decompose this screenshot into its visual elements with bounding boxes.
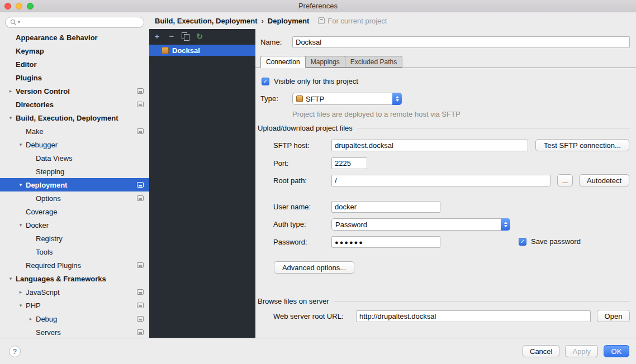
advanced-options-button[interactable]: Advanced options... bbox=[274, 261, 354, 274]
sidebar-item-languages-frameworks[interactable]: ▾Languages & Frameworks bbox=[0, 272, 149, 285]
sidebar-item-appearance-behavior[interactable]: Appearance & Behavior bbox=[0, 31, 149, 44]
chevron-right-icon[interactable]: ▸ bbox=[16, 289, 26, 295]
tab-mappings[interactable]: Mappings bbox=[305, 56, 345, 68]
dropdown-stepper-icon bbox=[501, 218, 510, 231]
sidebar-item-debugger[interactable]: ▾Debugger bbox=[0, 138, 149, 151]
chevron-down-icon[interactable]: ▾ bbox=[6, 276, 16, 281]
sidebar-item-build-execution-deployment[interactable]: ▾Build, Execution, Deployment bbox=[0, 111, 149, 124]
upload-section-title: Upload/download project files bbox=[258, 124, 353, 132]
search-input[interactable] bbox=[21, 18, 139, 26]
sidebar-item-required-plugins[interactable]: Required Plugins bbox=[0, 258, 149, 272]
sidebar-item-options[interactable]: Options bbox=[0, 191, 149, 205]
open-button[interactable]: Open bbox=[597, 310, 630, 322]
browse-section-header: Browse files on server bbox=[258, 297, 630, 305]
settings-sidebar: ▾ Appearance & Behavior Keymap Editor Pl… bbox=[0, 12, 149, 338]
sidebar-item-directories[interactable]: Directories bbox=[0, 98, 149, 111]
password-label: Password: bbox=[273, 237, 307, 248]
visible-only-checkbox[interactable]: ✓ bbox=[262, 78, 269, 85]
sidebar-item-make[interactable]: Make bbox=[0, 124, 149, 138]
window-title: Preferences bbox=[0, 2, 636, 10]
zoom-window-button[interactable] bbox=[27, 3, 34, 9]
tab-bar: Connection Mappings Excluded Paths bbox=[255, 55, 636, 68]
settings-content: Build, Execution, Deployment › Deploymen… bbox=[149, 12, 636, 338]
server-list-item-docksal[interactable]: Docksal bbox=[149, 45, 255, 56]
sidebar-item-coverage[interactable]: Coverage bbox=[0, 205, 149, 218]
sftp-icon bbox=[296, 95, 303, 102]
for-current-project-icon bbox=[318, 17, 325, 24]
tab-connection[interactable]: Connection bbox=[260, 56, 306, 68]
sidebar-item-editor[interactable]: Editor bbox=[0, 58, 149, 71]
remove-server-icon[interactable]: − bbox=[167, 32, 176, 41]
add-server-icon[interactable]: + bbox=[153, 32, 162, 41]
chevron-down-icon[interactable]: ▾ bbox=[16, 303, 26, 308]
deployment-form: Name: Connection Mappings Excluded Paths… bbox=[255, 29, 636, 338]
chevron-down-icon[interactable]: ▾ bbox=[16, 222, 26, 228]
server-label: Docksal bbox=[172, 46, 200, 55]
save-password-checkbox[interactable]: ✓ bbox=[519, 238, 526, 246]
ok-button[interactable]: OK bbox=[604, 345, 629, 357]
type-help-text: Project files are deployed to a remote h… bbox=[292, 110, 461, 118]
tab-excluded-paths[interactable]: Excluded Paths bbox=[345, 56, 402, 68]
auth-type-dropdown[interactable]: Password bbox=[331, 218, 510, 231]
server-list-panel: + − ↻ Docksal bbox=[149, 29, 255, 338]
breadcrumb-separator-icon: › bbox=[260, 17, 264, 25]
settings-search-box[interactable]: ▾ bbox=[5, 17, 144, 28]
sidebar-item-tools[interactable]: Tools bbox=[0, 245, 149, 258]
cancel-button[interactable]: Cancel bbox=[523, 345, 559, 357]
breadcrumb-build-execution-deployment[interactable]: Build, Execution, Deployment bbox=[155, 17, 257, 25]
visible-only-label: Visible only for this project bbox=[274, 77, 358, 86]
chevron-down-icon[interactable]: ▾ bbox=[6, 115, 16, 121]
breadcrumb: Build, Execution, Deployment › Deploymen… bbox=[149, 12, 636, 29]
sidebar-item-registry[interactable]: Registry bbox=[0, 232, 149, 245]
copy-server-icon[interactable] bbox=[182, 32, 189, 41]
chevron-right-icon[interactable]: ▸ bbox=[26, 316, 36, 322]
apply-button[interactable]: Apply bbox=[565, 345, 598, 357]
browse-root-path-button[interactable]: ... bbox=[557, 174, 573, 186]
project-settings-icon bbox=[137, 262, 144, 268]
search-options-arrow-icon[interactable]: ▾ bbox=[18, 20, 20, 25]
preferences-window: Preferences ▾ Appearance & Behavior Keym… bbox=[0, 0, 636, 364]
reload-icon[interactable]: ↻ bbox=[195, 32, 204, 41]
server-list-toolbar: + − ↻ bbox=[149, 29, 255, 44]
web-root-input[interactable] bbox=[356, 310, 591, 322]
sidebar-item-servers[interactable]: Servers bbox=[0, 325, 149, 338]
user-name-input[interactable] bbox=[331, 201, 440, 213]
type-dropdown[interactable]: SFTP bbox=[292, 93, 402, 105]
sidebar-item-docker[interactable]: ▾Docker bbox=[0, 218, 149, 232]
chevron-right-icon[interactable]: ▸ bbox=[6, 88, 16, 94]
project-settings-icon bbox=[137, 102, 144, 107]
sidebar-item-stepping[interactable]: Stepping bbox=[0, 165, 149, 178]
sidebar-item-javascript[interactable]: ▸JavaScript bbox=[0, 285, 149, 299]
scope-indicator: For current project bbox=[318, 17, 387, 25]
sftp-host-input[interactable] bbox=[331, 140, 528, 151]
section-divider bbox=[357, 128, 630, 128]
sftp-host-label: SFTP host: bbox=[273, 140, 310, 151]
dropdown-stepper-icon bbox=[392, 93, 402, 105]
project-settings-icon bbox=[137, 289, 144, 295]
root-path-input[interactable] bbox=[331, 175, 550, 186]
sidebar-item-deployment[interactable]: ▾Deployment bbox=[0, 178, 149, 191]
search-icon bbox=[10, 19, 17, 26]
sidebar-item-data-views[interactable]: Data Views bbox=[0, 151, 149, 165]
sidebar-item-plugins[interactable]: Plugins bbox=[0, 71, 149, 84]
project-settings-icon bbox=[137, 195, 144, 201]
sidebar-item-php[interactable]: ▾PHP bbox=[0, 299, 149, 312]
sidebar-item-keymap[interactable]: Keymap bbox=[0, 44, 149, 58]
test-sftp-connection-button[interactable]: Test SFTP connection... bbox=[535, 139, 629, 151]
project-settings-icon bbox=[137, 303, 144, 308]
upload-section-header: Upload/download project files bbox=[258, 124, 630, 132]
minimize-window-button[interactable] bbox=[16, 3, 22, 9]
password-input[interactable] bbox=[331, 236, 440, 248]
chevron-down-icon[interactable]: ▾ bbox=[16, 142, 26, 147]
close-window-button[interactable] bbox=[4, 3, 11, 9]
name-input[interactable] bbox=[292, 36, 630, 48]
port-input[interactable] bbox=[331, 157, 367, 169]
docksal-server-icon bbox=[162, 47, 169, 54]
sidebar-item-debug[interactable]: ▸Debug bbox=[0, 312, 149, 325]
sidebar-item-version-control[interactable]: ▸Version Control bbox=[0, 84, 149, 98]
autodetect-button[interactable]: Autodetect bbox=[579, 174, 629, 186]
chevron-down-icon[interactable]: ▾ bbox=[16, 182, 26, 188]
project-settings-icon bbox=[137, 316, 144, 322]
help-button[interactable]: ? bbox=[9, 346, 21, 357]
browse-section-title: Browse files on server bbox=[258, 297, 329, 305]
